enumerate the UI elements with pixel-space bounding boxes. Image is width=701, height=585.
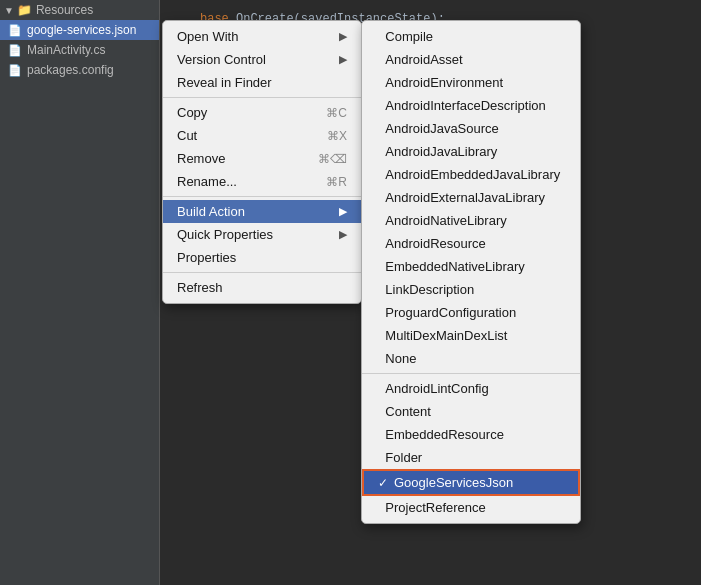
check-icon bbox=[376, 306, 379, 320]
submenu-item-label: ProguardConfiguration bbox=[385, 305, 516, 320]
check-icon bbox=[376, 428, 379, 442]
submenu-item-folder[interactable]: Folder bbox=[362, 446, 580, 469]
submenu-item-label: Folder bbox=[385, 450, 422, 465]
submenu-item-androidnativelibrary[interactable]: AndroidNativeLibrary bbox=[362, 209, 580, 232]
submenu-item-label: AndroidEmbeddedJavaLibrary bbox=[385, 167, 560, 182]
menu-item-label: Remove bbox=[177, 151, 225, 166]
menu-item-version-control[interactable]: Version Control ▶ bbox=[163, 48, 361, 71]
submenu-item-androidembeddedjavalibrary[interactable]: AndroidEmbeddedJavaLibrary bbox=[362, 163, 580, 186]
submenu-item-embeddednativelibrary[interactable]: EmbeddedNativeLibrary bbox=[362, 255, 580, 278]
check-icon bbox=[376, 237, 379, 251]
sidebar-panel: ▼ 📁 Resources 📄 google-services.json 📄 M… bbox=[0, 0, 160, 585]
submenu-item-projectreference[interactable]: ProjectReference bbox=[362, 496, 580, 519]
sidebar-folder-label: Resources bbox=[36, 3, 93, 17]
menu-item-label: Version Control bbox=[177, 52, 266, 67]
check-icon bbox=[376, 405, 379, 419]
build-action-submenu: Compile AndroidAsset AndroidEnvironment … bbox=[361, 20, 581, 524]
check-icon bbox=[376, 283, 379, 297]
menu-item-label: Refresh bbox=[177, 280, 223, 295]
menu-item-label: Rename... bbox=[177, 174, 237, 189]
submenu-item-label: MultiDexMainDexList bbox=[385, 328, 507, 343]
menu-item-label: Build Action bbox=[177, 204, 245, 219]
submenu-item-label: AndroidJavaLibrary bbox=[385, 144, 497, 159]
check-icon bbox=[376, 30, 379, 44]
menu-item-label: Copy bbox=[177, 105, 207, 120]
submenu-item-label: AndroidExternalJavaLibrary bbox=[385, 190, 545, 205]
check-icon bbox=[376, 382, 379, 396]
submenu-item-embeddedresource[interactable]: EmbeddedResource bbox=[362, 423, 580, 446]
file-icon: 📄 bbox=[8, 44, 22, 57]
menu-item-properties[interactable]: Properties bbox=[163, 246, 361, 269]
menu-item-label: Reveal in Finder bbox=[177, 75, 272, 90]
submenu-item-proguardconfiguration[interactable]: ProguardConfiguration bbox=[362, 301, 580, 324]
check-icon bbox=[376, 501, 379, 515]
menu-item-label: Cut bbox=[177, 128, 197, 143]
submenu-item-label: AndroidJavaSource bbox=[385, 121, 498, 136]
submenu-item-label: EmbeddedNativeLibrary bbox=[385, 259, 524, 274]
sidebar-item-label: MainActivity.cs bbox=[27, 43, 105, 57]
menu-item-refresh[interactable]: Refresh bbox=[163, 276, 361, 299]
submenu-item-multidexmaindexlist[interactable]: MultiDexMainDexList bbox=[362, 324, 580, 347]
shortcut-label: ⌘C bbox=[326, 106, 347, 120]
submenu-item-androidjavasource[interactable]: AndroidJavaSource bbox=[362, 117, 580, 140]
sidebar-item-main-activity[interactable]: 📄 MainActivity.cs bbox=[0, 40, 159, 60]
sidebar-item-packages[interactable]: 📄 packages.config bbox=[0, 60, 159, 80]
menu-item-rename[interactable]: Rename... ⌘R bbox=[163, 170, 361, 193]
submenu-item-androidexternaljavalibrary[interactable]: AndroidExternalJavaLibrary bbox=[362, 186, 580, 209]
submenu-item-label: AndroidAsset bbox=[385, 52, 462, 67]
check-icon bbox=[376, 329, 379, 343]
shortcut-label: ⌘R bbox=[326, 175, 347, 189]
submenu-item-androidenvironment[interactable]: AndroidEnvironment bbox=[362, 71, 580, 94]
submenu-item-label: AndroidResource bbox=[385, 236, 485, 251]
submenu-item-androidlintconfig[interactable]: AndroidLintConfig bbox=[362, 377, 580, 400]
submenu-item-label: None bbox=[385, 351, 416, 366]
submenu-item-label: Content bbox=[385, 404, 431, 419]
submenu-arrow-icon: ▶ bbox=[339, 53, 347, 66]
submenu-item-linkdescription[interactable]: LinkDescription bbox=[362, 278, 580, 301]
submenu-item-none[interactable]: None bbox=[362, 347, 580, 370]
submenu-item-androidasset[interactable]: AndroidAsset bbox=[362, 48, 580, 71]
menu-item-quick-properties[interactable]: Quick Properties ▶ bbox=[163, 223, 361, 246]
check-icon bbox=[376, 214, 379, 228]
menu-item-label: Open With bbox=[177, 29, 238, 44]
check-icon bbox=[376, 168, 379, 182]
check-icon bbox=[376, 145, 379, 159]
submenu-arrow-icon: ▶ bbox=[339, 30, 347, 43]
submenu-arrow-icon: ▶ bbox=[339, 205, 347, 218]
menu-separator bbox=[163, 196, 361, 197]
submenu-item-androidjavalibrary[interactable]: AndroidJavaLibrary bbox=[362, 140, 580, 163]
shortcut-label: ⌘X bbox=[327, 129, 347, 143]
submenu-item-label: AndroidInterfaceDescription bbox=[385, 98, 545, 113]
menu-item-reveal-finder[interactable]: Reveal in Finder bbox=[163, 71, 361, 94]
menu-item-open-with[interactable]: Open With ▶ bbox=[163, 25, 361, 48]
submenu-item-label: AndroidEnvironment bbox=[385, 75, 503, 90]
submenu-item-androidresource[interactable]: AndroidResource bbox=[362, 232, 580, 255]
file-icon: 📄 bbox=[8, 64, 22, 77]
file-icon: 📄 bbox=[8, 24, 22, 37]
menu-item-cut[interactable]: Cut ⌘X bbox=[163, 124, 361, 147]
check-icon bbox=[376, 122, 379, 136]
submenu-item-googleservicesjson[interactable]: ✓ GoogleServicesJson bbox=[362, 469, 580, 496]
submenu-item-compile[interactable]: Compile bbox=[362, 25, 580, 48]
submenu-item-label: GoogleServicesJson bbox=[394, 475, 513, 490]
sidebar-folder-resources[interactable]: ▼ 📁 Resources bbox=[0, 0, 159, 20]
submenu-item-label: LinkDescription bbox=[385, 282, 474, 297]
check-icon: ✓ bbox=[378, 476, 388, 490]
submenu-item-content[interactable]: Content bbox=[362, 400, 580, 423]
shortcut-label: ⌘⌫ bbox=[318, 152, 347, 166]
folder-icon: 📁 bbox=[17, 3, 32, 17]
folder-arrow-icon: ▼ bbox=[4, 5, 14, 16]
menu-item-remove[interactable]: Remove ⌘⌫ bbox=[163, 147, 361, 170]
menu-item-copy[interactable]: Copy ⌘C bbox=[163, 101, 361, 124]
menu-item-label: Properties bbox=[177, 250, 236, 265]
menu-separator bbox=[163, 272, 361, 273]
submenu-arrow-icon: ▶ bbox=[339, 228, 347, 241]
submenu-item-label: AndroidNativeLibrary bbox=[385, 213, 506, 228]
sidebar-item-google-services[interactable]: 📄 google-services.json bbox=[0, 20, 159, 40]
submenu-item-label: Compile bbox=[385, 29, 433, 44]
menu-item-build-action[interactable]: Build Action ▶ bbox=[163, 200, 361, 223]
submenu-item-androidinterfacedesc[interactable]: AndroidInterfaceDescription bbox=[362, 94, 580, 117]
menu-separator bbox=[163, 97, 361, 98]
check-icon bbox=[376, 53, 379, 67]
check-icon bbox=[376, 76, 379, 90]
